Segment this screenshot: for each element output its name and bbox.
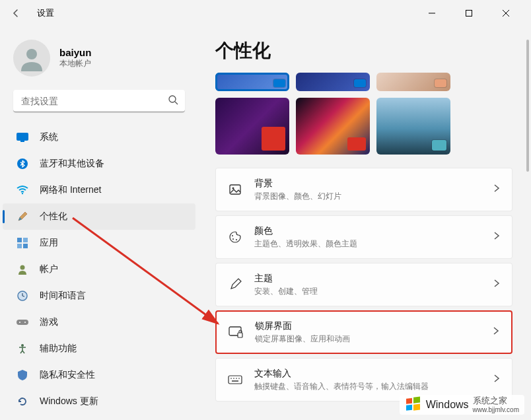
keyboard-icon xyxy=(228,372,242,387)
update-icon xyxy=(16,395,29,408)
page-title: 个性化 xyxy=(215,38,513,63)
accent-chip xyxy=(347,137,366,151)
svg-rect-38 xyxy=(406,405,412,411)
setting-desc: 安装、创建、管理 xyxy=(254,286,481,297)
svg-rect-17 xyxy=(17,320,28,325)
lockscreen-icon xyxy=(229,325,243,339)
svg-point-19 xyxy=(24,322,26,323)
content: 个性化 背景 背景图像、颜色、幻灯片 颜色 主题色 xyxy=(198,26,531,420)
sidebar-item-update[interactable]: Windows 更新 xyxy=(3,388,195,415)
nav-label: 时间和语言 xyxy=(40,290,86,302)
gamepad-icon xyxy=(16,316,29,329)
sidebar-item-bluetooth[interactable]: 蓝牙和其他设备 xyxy=(3,151,195,177)
clock-icon xyxy=(16,289,29,302)
sidebar-item-accessibility[interactable]: 辅助功能 xyxy=(3,335,195,362)
nav-label: 系统 xyxy=(40,131,58,143)
minimize-icon xyxy=(428,9,436,17)
svg-point-23 xyxy=(232,235,233,236)
nav-label: Windows 更新 xyxy=(40,396,98,407)
svg-rect-1 xyxy=(466,11,472,17)
paintbrush-icon xyxy=(16,210,29,223)
watermark-brand: Windows xyxy=(426,399,469,411)
chevron-right-icon xyxy=(493,374,500,386)
system-icon xyxy=(16,131,29,144)
user-name: baiyun xyxy=(59,47,91,58)
nav-label: 蓝牙和其他设备 xyxy=(40,158,104,170)
setting-row-themes[interactable]: 主题 安装、创建、管理 xyxy=(215,263,513,306)
image-icon xyxy=(228,182,242,197)
wifi-icon xyxy=(16,184,29,197)
setting-row-colors[interactable]: 颜色 主题色、透明效果、颜色主题 xyxy=(215,215,513,259)
svg-rect-11 xyxy=(17,244,22,248)
close-icon xyxy=(502,9,510,17)
apps-icon xyxy=(16,236,29,250)
theme-tile[interactable] xyxy=(215,73,289,91)
back-button[interactable] xyxy=(5,3,26,24)
search-icon[interactable] xyxy=(168,94,178,108)
nav-label: 游戏 xyxy=(40,316,58,328)
person-icon xyxy=(16,263,29,276)
bluetooth-icon xyxy=(16,157,29,170)
theme-tile[interactable] xyxy=(296,73,370,91)
setting-desc: 主题色、透明效果、颜色主题 xyxy=(254,238,481,250)
search-input[interactable] xyxy=(13,90,185,112)
settings-list: 背景 背景图像、颜色、幻灯片 颜色 主题色、透明效果、颜色主题 主题 安装、创建… xyxy=(215,168,513,402)
avatar-icon xyxy=(18,45,45,71)
sidebar: baiyun 本地帐户 系统 蓝牙和其他设备 网络 xyxy=(0,26,198,420)
svg-line-4 xyxy=(175,102,178,104)
svg-rect-9 xyxy=(17,238,22,242)
titlebar: 设置 xyxy=(0,0,531,26)
maximize-button[interactable] xyxy=(460,4,478,22)
accessibility-icon xyxy=(16,342,29,355)
search-box xyxy=(13,90,185,112)
minimize-button[interactable] xyxy=(423,4,441,22)
svg-rect-27 xyxy=(238,333,242,337)
setting-row-lockscreen[interactable]: 锁屏界面 锁定屏幕图像、应用和动画 xyxy=(215,310,513,354)
setting-row-background[interactable]: 背景 背景图像、颜色、幻灯片 xyxy=(215,168,513,211)
app-title: 设置 xyxy=(37,7,54,19)
svg-rect-37 xyxy=(413,397,420,403)
nav-label: 个性化 xyxy=(40,211,67,223)
setting-title: 锁屏界面 xyxy=(255,320,481,332)
theme-tile[interactable] xyxy=(376,73,450,91)
nav-label: 网络和 Internet xyxy=(40,184,101,196)
window-controls xyxy=(423,4,526,22)
svg-point-2 xyxy=(26,49,37,59)
svg-point-13 xyxy=(20,265,25,270)
theme-tile[interactable] xyxy=(215,98,289,155)
close-button[interactable] xyxy=(497,4,515,22)
svg-rect-39 xyxy=(413,404,420,411)
sidebar-item-privacy[interactable]: 隐私和安全性 xyxy=(3,362,195,388)
accent-chip xyxy=(432,140,446,151)
svg-rect-6 xyxy=(20,141,24,142)
theme-tile[interactable] xyxy=(296,98,370,155)
chevron-right-icon xyxy=(493,231,500,243)
accent-chip xyxy=(262,127,285,151)
sidebar-item-time[interactable]: 时间和语言 xyxy=(3,283,195,309)
avatar xyxy=(13,40,50,77)
chevron-right-icon xyxy=(493,326,499,338)
svg-point-8 xyxy=(22,193,23,194)
user-sub: 本地帐户 xyxy=(59,58,91,69)
sidebar-item-apps[interactable]: 应用 xyxy=(3,230,195,256)
svg-point-22 xyxy=(232,188,234,190)
sidebar-item-network[interactable]: 网络和 Internet xyxy=(3,177,195,203)
nav-list: 系统 蓝牙和其他设备 网络和 Internet 个性化 应用 帐户 xyxy=(0,124,198,415)
user-block[interactable]: baiyun 本地帐户 xyxy=(0,34,198,90)
sidebar-item-personalization[interactable]: 个性化 xyxy=(3,203,195,230)
sidebar-item-system[interactable]: 系统 xyxy=(3,124,195,151)
accent-chip xyxy=(435,79,446,87)
theme-tile[interactable] xyxy=(376,98,450,155)
svg-point-3 xyxy=(169,96,176,102)
sidebar-item-gaming[interactable]: 游戏 xyxy=(3,309,195,335)
setting-title: 主题 xyxy=(254,273,481,285)
scrollbar-thumb[interactable] xyxy=(526,40,529,172)
chevron-right-icon xyxy=(493,279,500,291)
svg-rect-10 xyxy=(23,238,28,242)
chevron-right-icon xyxy=(493,184,500,195)
sidebar-item-accounts[interactable]: 帐户 xyxy=(3,256,195,283)
setting-desc: 锁定屏幕图像、应用和动画 xyxy=(255,333,481,345)
svg-point-24 xyxy=(232,238,234,240)
scrollbar[interactable] xyxy=(526,40,530,198)
nav-label: 隐私和安全性 xyxy=(40,369,95,381)
